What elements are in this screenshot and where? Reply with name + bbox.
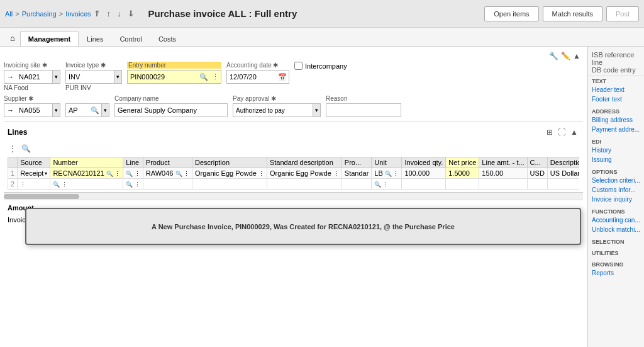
ledger-field[interactable] <box>66 104 89 117</box>
row2-unit[interactable]: 🔍 ⋮ <box>372 179 402 190</box>
open-items-button[interactable]: Open items <box>484 6 538 21</box>
lines-menu-icon[interactable]: ⋮ <box>8 143 18 154</box>
col-line-amt[interactable]: Line amt. - t... <box>479 157 527 168</box>
lines-table: Source Number Line Product Description S… <box>8 157 579 190</box>
nav-down[interactable]: ↓ <box>114 8 124 20</box>
rp-accounting-link[interactable]: Accounting can... <box>588 215 644 225</box>
rp-reports-link[interactable]: Reports <box>588 268 644 278</box>
row2-source[interactable]: ⋮ <box>18 179 50 190</box>
ledger-dropdown[interactable]: ▾ <box>101 104 109 117</box>
rp-customs-link[interactable]: Customs infor... <box>588 185 644 195</box>
collapse-icon[interactable]: ▲ <box>573 52 580 60</box>
company-name-input[interactable] <box>114 103 228 117</box>
col-unit[interactable]: Unit <box>372 157 402 168</box>
home-icon[interactable]: ⌂ <box>5 30 20 46</box>
rp-edi-title: EDI <box>588 137 644 145</box>
row2-product[interactable] <box>143 179 192 190</box>
scrollbar-thumb[interactable] <box>4 194 79 199</box>
lines-fullscreen-icon[interactable]: ⛶ <box>557 127 567 138</box>
rp-invoice-inquiry-link[interactable]: Invoice inquiry <box>588 195 644 204</box>
rp-header-text-link[interactable]: Header text <box>588 85 644 94</box>
rp-selection-link[interactable]: Selection criteri... <box>588 176 644 185</box>
rp-billing-link[interactable]: Billing address <box>588 115 644 125</box>
row2-line[interactable]: 🔍 ⋮ <box>123 179 143 190</box>
col-line[interactable]: Line <box>123 157 143 168</box>
rp-unblock-link[interactable]: Unblock matchi... <box>588 225 644 234</box>
row1-unit[interactable]: LB 🔍 ⋮ <box>372 168 402 179</box>
calendar-icon[interactable]: 📅 <box>276 73 289 81</box>
tab-control[interactable]: Control <box>111 31 150 46</box>
breadcrumb-invoices[interactable]: Invoices <box>65 10 91 18</box>
intercompany-checkbox[interactable] <box>294 62 303 70</box>
tab-management[interactable]: Management <box>20 31 79 46</box>
pay-approval-input[interactable]: ▾ <box>233 103 321 117</box>
wrench-icon[interactable]: 🔧 <box>549 52 558 60</box>
company-name-field[interactable] <box>115 104 227 117</box>
reason-input[interactable] <box>326 103 401 117</box>
row1-net-price[interactable]: 1.5000 <box>446 168 479 179</box>
accounting-date-input[interactable]: 📅 <box>226 70 289 84</box>
rp-payment-link[interactable]: Payment addre... <box>588 125 644 134</box>
right-panel: ISB reference line DB code entry TEXT He… <box>587 47 644 347</box>
invoicing-site-dropdown[interactable]: ▾ <box>52 71 60 83</box>
tab-costs[interactable]: Costs <box>150 31 184 46</box>
col-std-desc[interactable]: Standard description <box>267 157 341 168</box>
pay-approval-dropdown-icon[interactable]: ▾ <box>313 104 320 117</box>
row1-product[interactable]: RAW046 🔍 ⋮ <box>143 168 192 179</box>
tab-lines[interactable]: Lines <box>79 31 111 46</box>
lines-collapse-icon[interactable]: ▲ <box>569 127 579 138</box>
lines-expand-icon[interactable]: ⊞ <box>545 127 554 138</box>
nav-up-first[interactable]: ⇑ <box>91 8 103 20</box>
invoicing-site-field[interactable] <box>16 71 52 83</box>
col-net-price[interactable]: Net price <box>446 157 479 168</box>
match-results-button[interactable]: Match results <box>543 6 602 21</box>
entry-number-input[interactable]: 🔍 ⋮ <box>127 70 221 84</box>
row1-number[interactable]: RECNA0210121 🔍 ⋮ <box>50 168 123 179</box>
col-pro[interactable]: Pro... <box>341 157 372 168</box>
rp-issuing-link[interactable]: Issuing <box>588 155 644 164</box>
entry-more-icon[interactable]: ⋮ <box>210 73 221 81</box>
col-desc2[interactable]: Description <box>547 157 579 168</box>
supplier-arrow: → <box>4 106 16 114</box>
invoice-type-input[interactable]: ▾ <box>65 70 122 84</box>
ledger-search-icon[interactable]: 🔍 <box>89 106 101 115</box>
entry-number-field[interactable] <box>128 71 197 83</box>
nav-down-last[interactable]: ⇓ <box>125 8 137 20</box>
col-source[interactable]: Source <box>18 157 50 168</box>
col-product[interactable]: Product <box>143 157 192 168</box>
row2-number[interactable]: 🔍 ⋮ <box>50 179 123 190</box>
col-inv-qty[interactable]: Invoiced qty. <box>402 157 446 168</box>
row2-std-desc[interactable] <box>267 179 341 190</box>
col-c[interactable]: C... <box>527 157 547 168</box>
row2-desc[interactable] <box>192 179 267 190</box>
row1-std-desc[interactable]: Organic Egg Powde ⋮ <box>267 168 341 179</box>
row1-desc[interactable]: Organic Egg Powde ⋮ <box>192 168 267 179</box>
post-button[interactable]: Post <box>606 6 639 21</box>
accounting-date-field[interactable] <box>227 71 276 83</box>
row1-source[interactable]: Receipt ▾ <box>18 168 50 179</box>
row2-net-price[interactable] <box>446 179 479 190</box>
supplier-input[interactable]: → ▾ <box>4 103 60 117</box>
lines-search-icon[interactable]: 🔍 <box>20 143 32 154</box>
row1-line[interactable]: 🔍 ⋮ <box>123 168 143 179</box>
invoice-type-dropdown[interactable]: ▾ <box>114 71 121 83</box>
edit-icon[interactable]: ✏️ <box>561 52 570 60</box>
pay-approval-field[interactable] <box>233 107 313 114</box>
reason-field[interactable] <box>326 104 401 117</box>
col-description[interactable]: Description <box>192 157 267 168</box>
horizontal-scrollbar[interactable] <box>4 192 583 200</box>
nav-up[interactable]: ↑ <box>104 8 114 20</box>
breadcrumb-purchasing[interactable]: Purchasing <box>22 10 57 18</box>
ledger-input[interactable]: 🔍 ▾ <box>65 103 109 117</box>
invoice-type-field[interactable] <box>66 71 114 83</box>
rp-footer-text-link[interactable]: Footer text <box>588 94 644 104</box>
entry-search-icon[interactable]: 🔍 <box>197 73 210 81</box>
supplier-field[interactable] <box>16 104 52 117</box>
col-number[interactable]: Number <box>50 157 123 168</box>
rp-options-title: OPTIONS <box>588 167 644 176</box>
supplier-dropdown[interactable]: ▾ <box>52 104 60 117</box>
invoice-type-sub: PUR INV <box>65 84 122 91</box>
breadcrumb-all[interactable]: All <box>5 10 13 18</box>
rp-history-link[interactable]: History <box>588 145 644 155</box>
invoicing-site-input[interactable]: → ▾ <box>4 70 60 84</box>
